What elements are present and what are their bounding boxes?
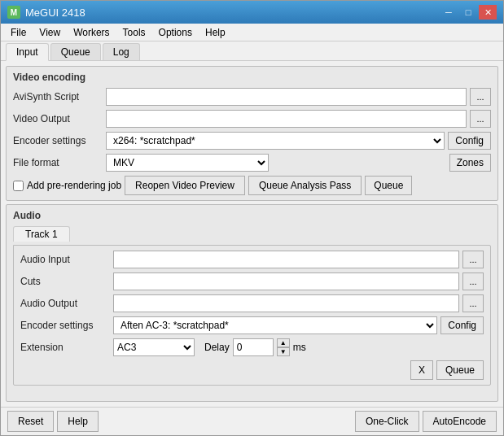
- menu-file[interactable]: File: [4, 25, 33, 40]
- auto-encode-button[interactable]: AutoEncode: [423, 411, 497, 432]
- video-encoding-label: Video encoding: [13, 72, 491, 83]
- minimize-button[interactable]: ─: [440, 5, 458, 20]
- add-prerendering-checkbox-label: Add pre-rendering job: [13, 180, 121, 191]
- menu-options[interactable]: Options: [152, 25, 199, 40]
- audio-track-1-tab[interactable]: Track 1: [13, 226, 70, 242]
- video-output-label: Video Output: [13, 113, 103, 124]
- menu-workers[interactable]: Workers: [67, 25, 116, 40]
- one-click-button[interactable]: One-Click: [355, 411, 419, 432]
- cuts-browse-button[interactable]: ...: [462, 272, 484, 290]
- avisynth-browse-button[interactable]: ...: [470, 88, 491, 106]
- tab-queue[interactable]: Queue: [50, 43, 101, 60]
- reopen-video-button[interactable]: Reopen Video Preview: [125, 176, 245, 195]
- video-encoding-section: Video encoding AviSynth Script ... Video…: [6, 66, 498, 201]
- file-format-label: File format: [13, 157, 103, 168]
- title-bar-controls: ─ □ ✕: [440, 5, 497, 20]
- audio-form: Audio Input ... Cuts ... Audio Output ..…: [13, 245, 491, 386]
- encoder-settings-row: Encoder settings x264: *scratchpad* Conf…: [13, 132, 491, 150]
- encoder-settings-label: Encoder settings: [13, 135, 103, 146]
- video-action-row: Add pre-rendering job Reopen Video Previ…: [13, 176, 491, 195]
- app-icon: M: [7, 6, 20, 19]
- tab-log[interactable]: Log: [103, 43, 140, 60]
- delay-up-button[interactable]: ▲: [277, 338, 290, 347]
- audio-output-row: Audio Output ...: [20, 294, 484, 312]
- audio-encoder-settings-label: Encoder settings: [20, 320, 110, 331]
- bottom-bar: Reset Help One-Click AutoEncode: [1, 407, 503, 435]
- delay-input[interactable]: [233, 338, 274, 356]
- file-format-select[interactable]: MKV MP4 AVI: [106, 154, 269, 172]
- audio-input-row: Audio Input ...: [20, 251, 484, 268]
- title-bar-left: M MeGUI 2418: [7, 6, 85, 19]
- audio-queue-button[interactable]: Queue: [436, 360, 484, 380]
- audio-x-button[interactable]: X: [410, 360, 433, 380]
- queue-analysis-button[interactable]: Queue Analysis Pass: [248, 176, 362, 195]
- video-queue-button[interactable]: Queue: [365, 176, 412, 195]
- extension-select[interactable]: AC3 AAC MP3: [113, 338, 195, 356]
- encoder-settings-select[interactable]: x264: *scratchpad*: [106, 132, 445, 150]
- audio-output-browse-button[interactable]: ...: [462, 294, 484, 312]
- main-content: Video encoding AviSynth Script ... Video…: [1, 61, 503, 407]
- audio-section-label: Audio: [13, 210, 491, 221]
- audio-section: Audio Track 1 Audio Input ... Cuts ...: [6, 204, 498, 402]
- bottom-left-buttons: Reset Help: [7, 411, 99, 432]
- audio-encoder-settings-row: Encoder settings Aften AC-3: *scratchpad…: [20, 316, 484, 334]
- video-output-browse-button[interactable]: ...: [470, 110, 491, 128]
- reset-button[interactable]: Reset: [7, 411, 54, 432]
- avisynth-label: AviSynth Script: [13, 91, 103, 102]
- zones-button[interactable]: Zones: [449, 154, 491, 172]
- delay-spinner: ▲ ▼: [277, 338, 290, 356]
- video-output-input[interactable]: [106, 110, 467, 128]
- encoder-config-button[interactable]: Config: [448, 132, 491, 150]
- maximize-button[interactable]: □: [459, 5, 477, 20]
- audio-input-browse-button[interactable]: ...: [462, 251, 484, 268]
- cuts-label: Cuts: [20, 276, 110, 287]
- cuts-input[interactable]: [113, 272, 459, 290]
- delay-down-button[interactable]: ▼: [277, 347, 290, 356]
- tab-input[interactable]: Input: [6, 43, 49, 61]
- avisynth-row: AviSynth Script ...: [13, 88, 491, 106]
- close-button[interactable]: ✕: [479, 5, 497, 20]
- add-prerendering-label: Add pre-rendering job: [27, 180, 121, 191]
- audio-action-row: X Queue: [20, 360, 484, 380]
- audio-input-label: Audio Input: [20, 254, 110, 265]
- audio-output-input[interactable]: [113, 294, 459, 312]
- cuts-row: Cuts ...: [20, 272, 484, 290]
- help-button[interactable]: Help: [57, 411, 99, 432]
- file-format-row: File format MKV MP4 AVI Zones: [13, 154, 491, 172]
- bottom-right-buttons: One-Click AutoEncode: [355, 411, 497, 432]
- menu-view[interactable]: View: [33, 25, 67, 40]
- title-bar: M MeGUI 2418 ─ □ ✕: [1, 1, 503, 24]
- audio-output-label: Audio Output: [20, 298, 110, 309]
- extension-label: Extension: [20, 342, 110, 353]
- window-title: MeGUI 2418: [25, 7, 85, 19]
- extension-row: Extension AC3 AAC MP3 Delay ▲ ▼ ms: [20, 338, 484, 356]
- delay-label: Delay: [204, 342, 230, 353]
- audio-input-field[interactable]: [113, 251, 459, 268]
- video-output-row: Video Output ...: [13, 110, 491, 128]
- menu-bar: File View Workers Tools Options Help: [1, 24, 503, 41]
- main-tabs-bar: Input Queue Log: [1, 41, 503, 61]
- add-prerendering-checkbox[interactable]: [13, 181, 24, 191]
- main-window: M MeGUI 2418 ─ □ ✕ File View Workers Too…: [0, 0, 504, 436]
- avisynth-input[interactable]: [106, 88, 467, 106]
- menu-tools[interactable]: Tools: [116, 25, 152, 40]
- audio-encoder-settings-select[interactable]: Aften AC-3: *scratchpad*: [113, 316, 437, 334]
- audio-tabs: Track 1: [13, 226, 491, 242]
- menu-help[interactable]: Help: [199, 25, 232, 40]
- audio-config-button[interactable]: Config: [440, 316, 484, 334]
- ms-label: ms: [293, 342, 306, 353]
